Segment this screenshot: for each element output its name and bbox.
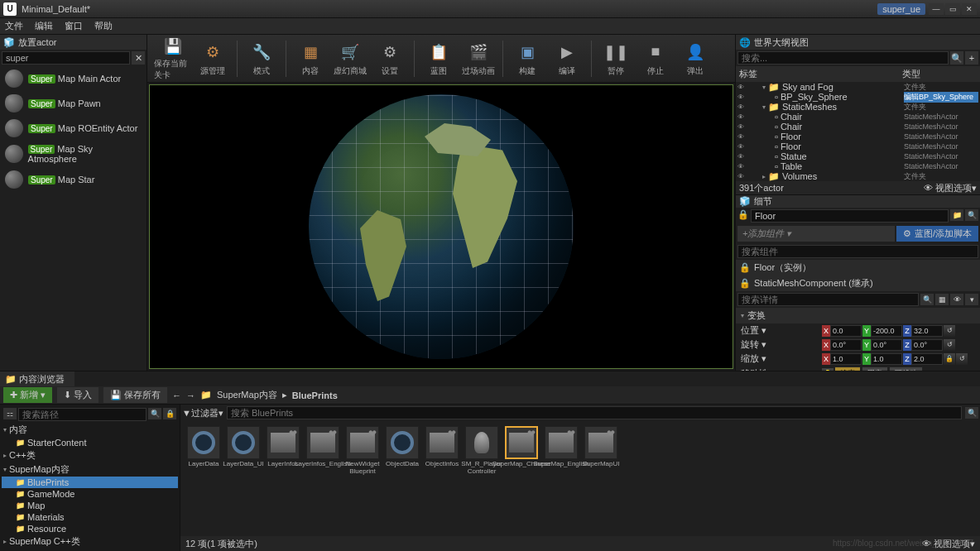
tree-item[interactable]: 📁Resource	[2, 523, 178, 534]
tool-蓝图[interactable]: 📋蓝图	[420, 36, 458, 81]
outliner-view-options[interactable]: 👁 视图选项▾	[924, 182, 977, 194]
transform-section[interactable]: ▾变换	[736, 308, 980, 323]
visibility-icon[interactable]: 👁	[737, 133, 747, 141]
tree-item[interactable]: 📁Map	[2, 500, 178, 511]
tree-item[interactable]: ▾内容	[2, 423, 178, 437]
tool-弹出[interactable]: 👤弹出	[676, 36, 714, 81]
tree-lock-icon[interactable]: 🔒	[163, 408, 176, 419]
add-component-button[interactable]: +添加组件 ▾	[737, 226, 895, 242]
browse-button[interactable]: 📁	[950, 209, 963, 221]
maximize-button[interactable]: ▭	[945, 3, 960, 15]
search-icon[interactable]: 🔍	[920, 294, 934, 305]
project-name[interactable]: super_ue	[877, 3, 925, 15]
blueprint-button[interactable]: ⚙蓝图/添加脚本	[896, 226, 978, 242]
outliner-add-button[interactable]: +	[965, 51, 978, 65]
tool-设置[interactable]: ⚙设置	[371, 36, 409, 81]
visibility-icon[interactable]: 👁	[737, 143, 747, 151]
outliner-col-type[interactable]: 类型	[902, 68, 977, 80]
pos-z[interactable]	[911, 325, 943, 337]
lock-scale-icon[interactable]: 🔒	[944, 353, 955, 365]
eye-icon[interactable]: 👁	[950, 294, 963, 305]
visibility-icon[interactable]: 👁	[737, 163, 747, 170]
scale-x[interactable]	[830, 353, 862, 365]
tree-search[interactable]	[18, 408, 147, 421]
actor-item[interactable]: Super Map Pawn	[0, 91, 147, 116]
asset-search[interactable]	[227, 406, 962, 419]
asset-item[interactable]: ObjectData	[384, 426, 420, 476]
asset-item[interactable]: SuperMap_English	[543, 426, 579, 476]
forward-icon[interactable]: →	[186, 390, 195, 400]
asset-item[interactable]: LayerData_UI	[225, 426, 262, 476]
mobility-可移动[interactable]: 可移动	[889, 367, 923, 371]
rot-x[interactable]	[830, 339, 862, 351]
mobility-固定[interactable]: 固定	[862, 367, 888, 371]
visibility-icon[interactable]: 👁	[737, 123, 747, 131]
reset-scale-icon[interactable]: ↺	[956, 353, 968, 365]
tree-item[interactable]: 📁BluePrints	[2, 477, 178, 488]
tool-保存当前关卡[interactable]: 💾保存当前关卡	[154, 36, 192, 81]
component-instance[interactable]: 🔒Floor（实例）	[736, 260, 980, 276]
tool-编译[interactable]: ▶编译	[548, 36, 586, 81]
outliner-tab[interactable]: 🌐世界大纲视图	[736, 35, 980, 50]
asset-item[interactable]: NewWidget Blueprint	[344, 426, 381, 476]
close-button[interactable]: ✕	[962, 3, 977, 15]
visibility-icon[interactable]: 👁	[737, 103, 747, 111]
tool-模式[interactable]: 🔧模式	[243, 36, 281, 81]
outliner-row[interactable]: 👁▫ ChairStaticMeshActor	[736, 112, 980, 122]
tool-源管理[interactable]: ⚙源管理	[194, 36, 232, 81]
filter-button[interactable]: ▼过滤器▾	[182, 407, 223, 419]
tool-内容[interactable]: ▦内容	[291, 36, 329, 81]
visibility-icon[interactable]: 👁	[737, 93, 747, 101]
outliner-row[interactable]: 👁▫ FloorStaticMeshActor	[736, 141, 980, 151]
tool-虚幻商城[interactable]: 🛒虚幻商城	[331, 36, 369, 81]
mobility-静态[interactable]: 静态	[834, 367, 861, 371]
outliner-row[interactable]: 👁▾📁 Sky and Fog文件夹	[736, 82, 980, 92]
import-button[interactable]: ⬇导入	[57, 387, 98, 403]
outliner-row[interactable]: 👁▸📁 Volumes文件夹	[736, 171, 980, 181]
actor-item[interactable]: Super Map Star	[0, 167, 147, 192]
tool-过场动画[interactable]: 🎬过场动画	[459, 36, 497, 81]
asset-item[interactable]: ObjectInfos	[424, 426, 460, 476]
details-tab[interactable]: 🧊细节	[736, 195, 980, 208]
visibility-icon[interactable]: 👁	[737, 113, 747, 121]
outliner-col-label[interactable]: 标签	[739, 68, 902, 80]
actor-item[interactable]: Super Map ROEntity Actor	[0, 116, 147, 141]
actor-name-field[interactable]	[751, 209, 949, 223]
rot-z[interactable]	[911, 339, 943, 351]
breadcrumb[interactable]: 📁SuperMap内容▸BluePrints	[200, 389, 338, 401]
reset-rot-icon[interactable]: ↺	[944, 339, 955, 351]
visibility-icon[interactable]: 👁	[737, 173, 747, 180]
asset-item[interactable]: SuperMapUI	[583, 426, 619, 476]
viewport[interactable]	[149, 84, 733, 369]
scale-y[interactable]	[871, 353, 902, 365]
clear-search-button[interactable]: ✕	[132, 51, 145, 65]
menu-窗口[interactable]: 窗口	[65, 20, 83, 32]
rot-y[interactable]	[871, 339, 902, 351]
tree-item[interactable]: 📁StarterContent	[2, 437, 178, 448]
outliner-row[interactable]: 👁▫ TableStaticMeshActor	[736, 161, 980, 171]
pos-y[interactable]	[871, 325, 902, 337]
visibility-icon[interactable]: 👁	[737, 153, 747, 161]
pos-x[interactable]	[830, 325, 862, 337]
tree-item[interactable]: ▸C++类	[2, 448, 178, 462]
details-search[interactable]	[737, 293, 919, 306]
tool-构建[interactable]: ▣构建	[508, 36, 546, 81]
menu-编辑[interactable]: 编辑	[35, 20, 53, 32]
outliner-row[interactable]: 👁▫ ChairStaticMeshActor	[736, 122, 980, 132]
add-new-button[interactable]: ✚新增▾	[3, 387, 52, 403]
minimize-button[interactable]: —	[929, 3, 944, 15]
menu-icon[interactable]: ▾	[965, 294, 978, 305]
lock-icon[interactable]: 🔒	[737, 209, 749, 223]
visibility-icon[interactable]: 👁	[737, 84, 747, 91]
outliner-row[interactable]: 👁▾📁 StaticMeshes文件夹	[736, 102, 980, 112]
outliner-search[interactable]	[737, 51, 949, 65]
actor-item[interactable]: Super Map Main Actor	[0, 66, 147, 91]
scale-z[interactable]	[911, 353, 943, 365]
tree-item[interactable]: ▸SuperMap C++类	[2, 534, 178, 549]
tool-停止[interactable]: ■停止	[637, 36, 675, 81]
tree-item[interactable]: 📁Materials	[2, 511, 178, 523]
asset-search-icon[interactable]: 🔍	[965, 407, 978, 419]
outliner-search-icon[interactable]: 🔍	[950, 51, 963, 65]
tree-search-icon[interactable]: 🔍	[148, 408, 161, 419]
tree-item[interactable]: ▾SuperMap内容	[2, 462, 178, 477]
